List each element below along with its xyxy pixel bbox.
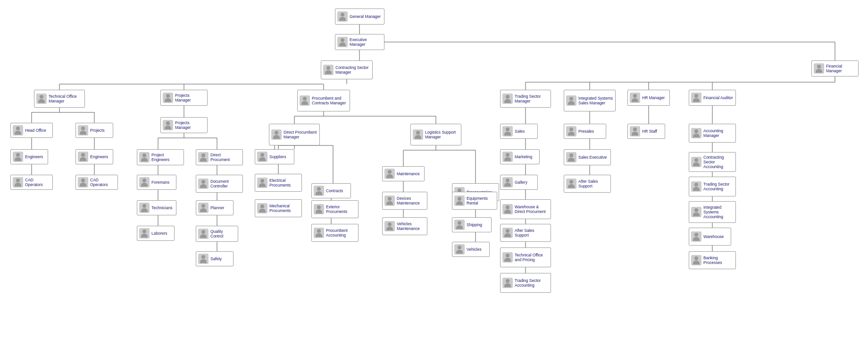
label-tom: Technical Office Manager bbox=[49, 94, 83, 103]
avatar-devmaint bbox=[384, 196, 395, 206]
org-node-bp[interactable]: Banking Processes bbox=[689, 251, 736, 269]
org-node-eng1[interactable]: Engineers bbox=[10, 149, 48, 164]
label-foremans: Foremans bbox=[151, 180, 169, 185]
avatar-em bbox=[337, 37, 348, 47]
org-node-gallery[interactable]: Gallery bbox=[500, 175, 538, 190]
org-node-planner[interactable]: Planner bbox=[196, 200, 234, 215]
org-node-dc[interactable]: Document Controller bbox=[196, 175, 243, 193]
org-node-foremans[interactable]: Foremans bbox=[137, 175, 176, 190]
org-node-presales[interactable]: Presales bbox=[564, 124, 606, 139]
org-node-sales[interactable]: Sales bbox=[500, 124, 538, 139]
label-pe: Project Engineers bbox=[151, 153, 182, 162]
org-node-marketing[interactable]: Marketing bbox=[500, 149, 540, 164]
org-node-toprice[interactable]: Technical Office and Pricing bbox=[500, 247, 551, 267]
org-node-vehicles[interactable]: Vehicles bbox=[452, 242, 490, 257]
org-node-dp[interactable]: Direct Procument bbox=[196, 149, 243, 165]
avatar-pm2 bbox=[163, 120, 173, 130]
org-node-technicians[interactable]: Technicians bbox=[137, 200, 176, 215]
org-node-am[interactable]: Accounting Manager bbox=[689, 124, 736, 143]
org-node-salesexec[interactable]: Sales Executive bbox=[564, 149, 611, 165]
avatar-pe bbox=[139, 152, 150, 162]
org-node-extproc[interactable]: Exterior Procuments bbox=[311, 200, 359, 218]
label-wdp: Warehouse & Direct Procument bbox=[515, 204, 549, 214]
org-node-hrstaff[interactable]: HR Staff bbox=[627, 124, 665, 139]
org-node-csa[interactable]: Contracting Sector Accounting bbox=[689, 152, 736, 172]
org-node-maint[interactable]: Maintenance bbox=[382, 166, 425, 181]
org-node-proj1[interactable]: Projects bbox=[75, 123, 113, 138]
org-node-cad2[interactable]: CAD Operators bbox=[75, 175, 118, 190]
label-csa: Contracting Sector Accounting bbox=[703, 155, 734, 170]
org-node-pm1[interactable]: Projects Manager bbox=[160, 90, 208, 106]
avatar-laborers bbox=[139, 228, 150, 238]
avatar-presales bbox=[566, 126, 576, 136]
label-dp: Direct Procument bbox=[210, 153, 241, 162]
avatar-issm bbox=[566, 95, 576, 106]
avatar-vehimaint bbox=[384, 221, 395, 231]
avatar-tsacct bbox=[502, 278, 513, 288]
org-node-gm[interactable]: General Manager bbox=[335, 9, 384, 25]
org-node-issm[interactable]: Integrated Systems Sales Manager bbox=[564, 90, 616, 111]
avatar-csa bbox=[691, 157, 701, 167]
label-issm: Integrated Systems Sales Manager bbox=[578, 96, 613, 105]
org-node-shipping[interactable]: Shipping bbox=[452, 217, 492, 232]
org-node-procacct[interactable]: Procumbent Accounting bbox=[311, 224, 359, 242]
org-chart: General ManagerExecutive ManagerContract… bbox=[0, 0, 868, 349]
label-shipping: Shipping bbox=[467, 222, 482, 227]
org-node-laborers[interactable]: Laborers bbox=[137, 226, 175, 241]
org-node-pcm[interactable]: Procumbent and Contracts Manager bbox=[297, 90, 350, 111]
avatar-hrstaff bbox=[630, 126, 640, 136]
label-gm: General Manager bbox=[350, 14, 381, 19]
org-node-contracts[interactable]: Contracts bbox=[311, 183, 351, 198]
org-node-em[interactable]: Executive Manager bbox=[335, 34, 384, 50]
avatar-pcm bbox=[300, 95, 310, 106]
avatar-cad2 bbox=[78, 177, 88, 187]
org-node-eqrent[interactable]: Equipments Rental bbox=[452, 192, 497, 210]
label-aftersales: After Sales Support bbox=[578, 179, 609, 188]
org-node-isa[interactable]: Integrated Systems Accounting bbox=[689, 201, 736, 223]
org-node-suppliers[interactable]: Suppliers bbox=[255, 149, 294, 164]
label-vehicles: Vehicles bbox=[467, 247, 482, 252]
avatar-isa bbox=[691, 207, 701, 217]
org-node-mp[interactable]: Mechanical Procuments bbox=[255, 199, 302, 217]
avatar-wdp bbox=[502, 204, 513, 214]
avatar-dc bbox=[198, 179, 209, 189]
label-hrm: HR Manager bbox=[642, 95, 665, 100]
org-node-cad1[interactable]: CAD Operators bbox=[10, 175, 53, 190]
label-gallery: Gallery bbox=[515, 180, 527, 185]
org-node-hrm[interactable]: HR Manager bbox=[627, 90, 670, 106]
label-mp: Mechanical Procuments bbox=[269, 204, 300, 213]
org-node-qc[interactable]: Quality Control bbox=[196, 226, 238, 242]
org-node-aftersales[interactable]: After Sales Support bbox=[564, 175, 611, 193]
org-node-tom[interactable]: Technical Office Manager bbox=[34, 90, 85, 108]
avatar-gm bbox=[337, 11, 348, 22]
avatar-suppliers bbox=[257, 152, 267, 162]
org-node-wdp[interactable]: Warehouse & Direct Procument bbox=[500, 199, 551, 219]
org-node-csm[interactable]: Contracting Sector Manager bbox=[321, 60, 373, 79]
org-node-safety[interactable]: Safety bbox=[196, 251, 234, 266]
avatar-ep bbox=[257, 178, 267, 188]
org-node-dpm[interactable]: Direct Procumbent Manager bbox=[269, 124, 320, 145]
org-node-pe[interactable]: Project Engineers bbox=[137, 149, 184, 165]
label-pm2: Projects Manager bbox=[175, 120, 205, 130]
org-node-fm[interactable]: Financial Manager bbox=[811, 60, 859, 77]
avatar-tom bbox=[36, 94, 47, 104]
org-node-tsa2[interactable]: Trading Sector Accounting bbox=[689, 177, 736, 196]
org-node-eng2[interactable]: Engineers bbox=[75, 149, 113, 164]
org-node-aftersales2[interactable]: After Sales Support bbox=[500, 224, 551, 242]
org-node-tsm[interactable]: Trading Sector Manager bbox=[500, 90, 551, 108]
org-node-devmaint[interactable]: Devices Maintenance bbox=[382, 192, 427, 210]
org-node-tsacct[interactable]: Trading Sector Accounting bbox=[500, 273, 551, 293]
org-node-lsm[interactable]: Logistics Support Manager bbox=[410, 124, 461, 145]
org-node-pm2[interactable]: Projects Manager bbox=[160, 117, 208, 133]
avatar-dpm bbox=[271, 129, 282, 140]
connector-lines bbox=[0, 0, 868, 349]
label-presales: Presales bbox=[578, 129, 594, 134]
avatar-gallery bbox=[502, 177, 513, 187]
label-laborers: Laborers bbox=[151, 231, 167, 236]
label-wh: Warehouse bbox=[703, 234, 724, 239]
org-node-fa[interactable]: Financial Auditor bbox=[689, 90, 736, 106]
org-node-wh[interactable]: Warehouse bbox=[689, 228, 731, 246]
org-node-ep[interactable]: Electrical Procuments bbox=[255, 174, 302, 192]
org-node-vehimaint[interactable]: Vehicles Maintenance bbox=[382, 217, 427, 235]
org-node-ho[interactable]: Head Office bbox=[10, 123, 53, 138]
